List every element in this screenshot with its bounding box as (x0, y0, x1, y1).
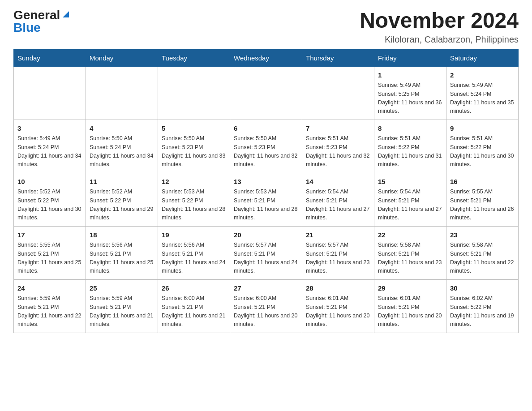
calendar-cell: 15Sunrise: 5:54 AM Sunset: 5:21 PM Dayli… (374, 173, 446, 226)
calendar-week-row: 3Sunrise: 5:49 AM Sunset: 5:24 PM Daylig… (14, 120, 519, 173)
calendar-week-row: 17Sunrise: 5:55 AM Sunset: 5:21 PM Dayli… (14, 226, 519, 279)
day-info: Sunrise: 5:57 AM Sunset: 5:21 PM Dayligh… (234, 241, 298, 276)
calendar-cell: 11Sunrise: 5:52 AM Sunset: 5:22 PM Dayli… (86, 173, 158, 226)
day-number: 11 (90, 177, 154, 187)
day-number: 9 (450, 124, 515, 134)
day-number: 22 (378, 230, 442, 240)
calendar-header-row: SundayMondayTuesdayWednesdayThursdayFrid… (14, 49, 519, 66)
calendar-cell: 10Sunrise: 5:52 AM Sunset: 5:22 PM Dayli… (14, 173, 86, 226)
day-info: Sunrise: 5:52 AM Sunset: 5:22 PM Dayligh… (17, 188, 82, 223)
calendar-cell (302, 66, 374, 120)
day-info: Sunrise: 5:50 AM Sunset: 5:23 PM Dayligh… (234, 134, 298, 169)
logo: General Blue (13, 9, 71, 34)
column-header-wednesday: Wednesday (230, 49, 302, 66)
calendar-week-row: 10Sunrise: 5:52 AM Sunset: 5:22 PM Dayli… (14, 173, 519, 226)
day-info: Sunrise: 6:00 AM Sunset: 5:21 PM Dayligh… (234, 294, 298, 329)
day-number: 24 (17, 283, 82, 294)
calendar-cell: 26Sunrise: 6:00 AM Sunset: 5:21 PM Dayli… (158, 279, 230, 333)
page-title: November 2024 (360, 9, 519, 33)
day-info: Sunrise: 5:49 AM Sunset: 5:25 PM Dayligh… (378, 81, 442, 116)
day-info: Sunrise: 5:51 AM Sunset: 5:22 PM Dayligh… (378, 134, 442, 169)
day-number: 15 (378, 177, 442, 187)
calendar-cell: 13Sunrise: 5:53 AM Sunset: 5:21 PM Dayli… (230, 173, 302, 226)
day-info: Sunrise: 5:49 AM Sunset: 5:24 PM Dayligh… (17, 134, 82, 169)
day-number: 26 (162, 283, 226, 294)
day-number: 8 (378, 124, 442, 134)
calendar-cell: 4Sunrise: 5:50 AM Sunset: 5:24 PM Daylig… (86, 120, 158, 173)
day-number: 3 (17, 124, 82, 134)
calendar-cell (230, 66, 302, 120)
day-number: 19 (162, 230, 226, 240)
calendar-cell: 23Sunrise: 5:58 AM Sunset: 5:21 PM Dayli… (446, 226, 519, 279)
day-number: 13 (234, 177, 298, 187)
day-info: Sunrise: 6:01 AM Sunset: 5:21 PM Dayligh… (306, 294, 370, 329)
day-number: 18 (90, 230, 154, 240)
day-number: 27 (234, 283, 298, 294)
day-info: Sunrise: 6:02 AM Sunset: 5:22 PM Dayligh… (450, 294, 515, 329)
calendar-cell: 21Sunrise: 5:57 AM Sunset: 5:21 PM Dayli… (302, 226, 374, 279)
day-info: Sunrise: 5:53 AM Sunset: 5:22 PM Dayligh… (162, 188, 226, 223)
day-number: 20 (234, 230, 298, 240)
calendar-cell: 16Sunrise: 5:55 AM Sunset: 5:21 PM Dayli… (446, 173, 519, 226)
day-number: 25 (90, 283, 154, 294)
day-number: 14 (306, 177, 370, 187)
calendar-cell: 8Sunrise: 5:51 AM Sunset: 5:22 PM Daylig… (374, 120, 446, 173)
calendar-cell: 17Sunrise: 5:55 AM Sunset: 5:21 PM Dayli… (14, 226, 86, 279)
day-info: Sunrise: 5:56 AM Sunset: 5:21 PM Dayligh… (90, 241, 154, 276)
day-number: 30 (450, 283, 515, 294)
calendar-cell: 2Sunrise: 5:49 AM Sunset: 5:24 PM Daylig… (446, 66, 519, 120)
calendar-table: SundayMondayTuesdayWednesdayThursdayFrid… (13, 49, 519, 333)
day-info: Sunrise: 5:51 AM Sunset: 5:23 PM Dayligh… (306, 134, 370, 169)
logo-triangle-icon (61, 9, 71, 19)
calendar-cell: 30Sunrise: 6:02 AM Sunset: 5:22 PM Dayli… (446, 279, 519, 333)
day-number: 10 (17, 177, 82, 187)
logo-general-text: General (13, 9, 60, 21)
day-number: 28 (306, 283, 370, 294)
calendar-cell: 24Sunrise: 5:59 AM Sunset: 5:21 PM Dayli… (14, 279, 86, 333)
day-number: 17 (17, 230, 82, 240)
day-info: Sunrise: 5:55 AM Sunset: 5:21 PM Dayligh… (17, 241, 82, 276)
day-number: 29 (378, 283, 442, 294)
calendar-cell (158, 66, 230, 120)
calendar-cell: 19Sunrise: 5:56 AM Sunset: 5:21 PM Dayli… (158, 226, 230, 279)
calendar-cell: 27Sunrise: 6:00 AM Sunset: 5:21 PM Dayli… (230, 279, 302, 333)
day-number: 4 (90, 124, 154, 134)
day-info: Sunrise: 5:54 AM Sunset: 5:21 PM Dayligh… (306, 188, 370, 223)
column-header-tuesday: Tuesday (158, 49, 230, 66)
column-header-thursday: Thursday (302, 49, 374, 66)
day-number: 5 (162, 124, 226, 134)
day-number: 16 (450, 177, 515, 187)
day-info: Sunrise: 5:50 AM Sunset: 5:23 PM Dayligh… (162, 134, 226, 169)
day-number: 1 (378, 70, 442, 81)
day-info: Sunrise: 5:59 AM Sunset: 5:21 PM Dayligh… (17, 294, 82, 329)
calendar-cell: 9Sunrise: 5:51 AM Sunset: 5:22 PM Daylig… (446, 120, 519, 173)
column-header-monday: Monday (86, 49, 158, 66)
column-header-friday: Friday (374, 49, 446, 66)
calendar-week-row: 1Sunrise: 5:49 AM Sunset: 5:25 PM Daylig… (14, 66, 519, 120)
day-info: Sunrise: 5:57 AM Sunset: 5:21 PM Dayligh… (306, 241, 370, 276)
calendar-cell: 28Sunrise: 6:01 AM Sunset: 5:21 PM Dayli… (302, 279, 374, 333)
day-info: Sunrise: 5:53 AM Sunset: 5:21 PM Dayligh… (234, 188, 298, 223)
calendar-cell (14, 66, 86, 120)
svg-marker-0 (63, 11, 69, 17)
calendar-cell: 7Sunrise: 5:51 AM Sunset: 5:23 PM Daylig… (302, 120, 374, 173)
day-number: 6 (234, 124, 298, 134)
day-info: Sunrise: 5:56 AM Sunset: 5:21 PM Dayligh… (162, 241, 226, 276)
day-info: Sunrise: 5:51 AM Sunset: 5:22 PM Dayligh… (450, 134, 515, 169)
column-header-sunday: Sunday (14, 49, 86, 66)
day-number: 21 (306, 230, 370, 240)
title-area: November 2024 Kiloloran, Calabarzon, Phi… (360, 9, 519, 45)
day-number: 2 (450, 70, 515, 81)
day-info: Sunrise: 5:49 AM Sunset: 5:24 PM Dayligh… (450, 81, 515, 116)
column-header-saturday: Saturday (446, 49, 519, 66)
calendar-cell: 29Sunrise: 6:01 AM Sunset: 5:21 PM Dayli… (374, 279, 446, 333)
calendar-cell: 14Sunrise: 5:54 AM Sunset: 5:21 PM Dayli… (302, 173, 374, 226)
day-info: Sunrise: 6:00 AM Sunset: 5:21 PM Dayligh… (162, 294, 226, 329)
day-info: Sunrise: 5:50 AM Sunset: 5:24 PM Dayligh… (90, 134, 154, 169)
day-info: Sunrise: 5:58 AM Sunset: 5:21 PM Dayligh… (378, 241, 442, 276)
day-info: Sunrise: 5:52 AM Sunset: 5:22 PM Dayligh… (90, 188, 154, 223)
calendar-cell: 18Sunrise: 5:56 AM Sunset: 5:21 PM Dayli… (86, 226, 158, 279)
day-info: Sunrise: 5:55 AM Sunset: 5:21 PM Dayligh… (450, 188, 515, 223)
calendar-cell: 1Sunrise: 5:49 AM Sunset: 5:25 PM Daylig… (374, 66, 446, 120)
day-info: Sunrise: 6:01 AM Sunset: 5:21 PM Dayligh… (378, 294, 442, 329)
